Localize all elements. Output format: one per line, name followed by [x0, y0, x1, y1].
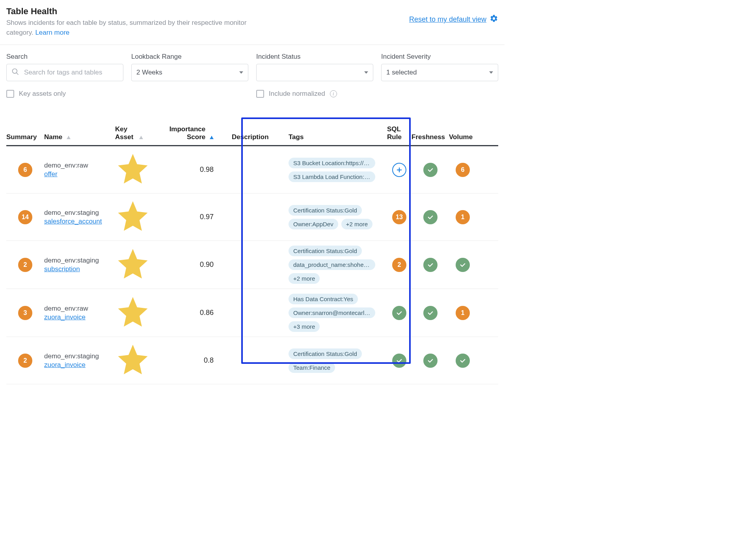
tags-container: Has Data Contract:YesOwner:snarron@monte…	[289, 294, 387, 332]
star-icon[interactable]	[115, 181, 151, 188]
star-icon[interactable]	[115, 276, 151, 283]
severity-select[interactable]: 1 selected	[381, 64, 498, 81]
status-badge[interactable]	[392, 306, 406, 320]
gear-icon[interactable]	[490, 14, 498, 25]
page-subtitle: Shows incidents for each table by status…	[6, 18, 251, 37]
row-env: demo_env:raw	[44, 162, 115, 169]
row-name-link[interactable]: salesforce_account	[44, 218, 115, 225]
col-freshness[interactable]: Freshness	[412, 133, 449, 141]
lookback-select[interactable]: 2 Weeks	[131, 64, 248, 81]
table-row: 2 demo_env:staging subscription 0.90 Cer…	[6, 241, 498, 289]
key-assets-checkbox[interactable]	[6, 90, 14, 98]
col-volume[interactable]: Volume	[449, 133, 477, 141]
col-tags[interactable]: Tags	[289, 133, 387, 141]
table-row: 6 demo_env:raw offer 0.98 S3 Bucket Loca…	[6, 146, 498, 194]
status-badge[interactable]	[456, 354, 470, 368]
tags-container: Certification Status:Golddata_product_na…	[289, 246, 387, 284]
table-header: Summary Name Key Asset Importance Score …	[6, 125, 498, 146]
severity-label: Incident Severity	[381, 53, 498, 61]
tag-pill[interactable]: +3 more	[289, 321, 320, 332]
star-icon[interactable]	[115, 228, 151, 235]
star-icon[interactable]	[115, 324, 151, 331]
status-badge[interactable]: 1	[456, 306, 470, 320]
table-row: 3 demo_env:raw zuora_invoice 0.86 Has Da…	[6, 289, 498, 337]
row-env: demo_env:staging	[44, 209, 115, 217]
lookback-label: Lookback Range	[131, 53, 248, 61]
svg-point-0	[13, 69, 17, 73]
tags-container: Certification Status:GoldOwner:AppDev+2 …	[289, 205, 387, 229]
row-name-link[interactable]: zuora_invoice	[44, 313, 115, 321]
tag-pill[interactable]: Certification Status:Gold	[289, 205, 362, 216]
search-input-wrapper[interactable]	[6, 64, 123, 81]
row-env: demo_env:staging	[44, 352, 115, 360]
chevron-down-icon	[364, 71, 368, 74]
importance-score: 0.90	[200, 261, 214, 268]
learn-more-link[interactable]: Learn more	[35, 29, 69, 36]
row-env: demo_env:raw	[44, 305, 115, 313]
tag-pill[interactable]: S3 Bucket Location:https://s...	[289, 158, 375, 168]
importance-score: 0.98	[200, 166, 214, 173]
lookback-value: 2 Weeks	[136, 69, 162, 76]
col-sql-rule[interactable]: SQL Rule	[387, 125, 412, 141]
sort-arrow-icon	[67, 136, 71, 139]
status-badge[interactable]	[423, 163, 438, 177]
status-badge[interactable]: 1	[456, 210, 470, 224]
status-badge[interactable]: 2	[18, 258, 32, 272]
include-normalized-checkbox[interactable]	[256, 90, 264, 98]
col-summary[interactable]: Summary	[6, 133, 44, 141]
chevron-down-icon	[489, 71, 493, 74]
status-label: Incident Status	[256, 53, 373, 61]
info-icon[interactable]: i	[330, 90, 337, 97]
status-badge[interactable]: 13	[392, 210, 406, 224]
tag-pill[interactable]: +2 more	[289, 273, 320, 284]
tag-pill[interactable]: Certification Status:Gold	[289, 348, 362, 359]
importance-score: 0.97	[200, 213, 214, 221]
col-key-asset[interactable]: Key Asset	[115, 125, 151, 141]
sort-arrow-icon	[210, 136, 214, 139]
status-select[interactable]	[256, 64, 373, 81]
tags-container: S3 Bucket Location:https://s...S3 Lambda…	[289, 158, 387, 182]
table-row: 14 demo_env:staging salesforce_account 0…	[6, 194, 498, 241]
status-badge[interactable]: 14	[18, 210, 32, 224]
col-importance[interactable]: Importance Score	[151, 125, 222, 141]
status-badge[interactable]: 6	[18, 163, 32, 177]
search-label: Search	[6, 53, 123, 61]
severity-value: 1 selected	[386, 69, 417, 76]
status-badge[interactable]	[456, 258, 470, 272]
row-name-link[interactable]: offer	[44, 170, 115, 178]
status-badge[interactable]	[392, 354, 406, 368]
tag-pill[interactable]: Team:Finance	[289, 362, 335, 373]
tag-pill[interactable]: Certification Status:Gold	[289, 246, 362, 256]
col-description[interactable]: Description	[222, 133, 289, 141]
status-badge[interactable]: 6	[456, 163, 470, 177]
tags-container: Certification Status:GoldTeam:Finance	[289, 348, 387, 373]
status-badge[interactable]: 3	[18, 306, 32, 320]
key-assets-label: Key assets only	[19, 90, 66, 98]
col-name[interactable]: Name	[44, 133, 115, 141]
status-badge[interactable]	[423, 354, 438, 368]
importance-score: 0.8	[204, 356, 214, 364]
reset-view-link[interactable]: Reset to my default view	[409, 15, 486, 24]
status-badge[interactable]	[423, 258, 438, 272]
row-name-link[interactable]: zuora_invoice	[44, 361, 115, 369]
status-badge[interactable]: 2	[392, 258, 406, 272]
table-row: 2 demo_env:staging zuora_invoice 0.8 Cer…	[6, 337, 498, 384]
status-badge[interactable]	[423, 306, 438, 320]
importance-score: 0.86	[200, 309, 214, 317]
tag-pill[interactable]: data_product_name:shohei_t...	[289, 259, 375, 270]
tag-pill[interactable]: S3 Lambda Load Function:ht...	[289, 171, 375, 182]
status-badge[interactable]	[392, 163, 406, 177]
tag-pill[interactable]: Owner:snarron@montecarlo...	[289, 307, 375, 318]
tag-pill[interactable]: Owner:AppDev	[289, 219, 338, 229]
sort-arrow-icon	[139, 136, 143, 139]
tag-pill[interactable]: +2 more	[341, 219, 372, 229]
star-icon[interactable]	[115, 371, 151, 379]
status-badge[interactable]	[423, 210, 438, 224]
row-name-link[interactable]: subscription	[44, 265, 115, 273]
page-title: Table Health	[6, 6, 251, 17]
tag-pill[interactable]: Has Data Contract:Yes	[289, 294, 358, 304]
status-badge[interactable]: 2	[18, 354, 32, 368]
chevron-down-icon	[239, 71, 243, 74]
search-input[interactable]	[23, 68, 118, 77]
row-env: demo_env:staging	[44, 257, 115, 264]
